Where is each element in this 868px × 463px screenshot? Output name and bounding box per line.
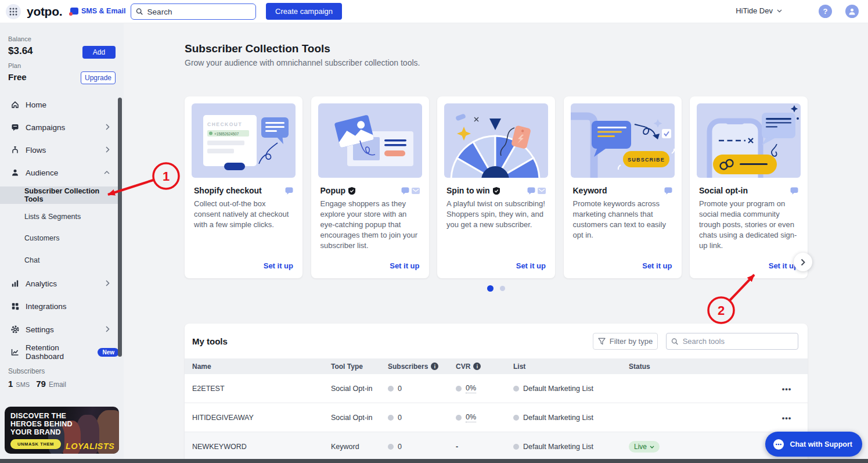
search-icon xyxy=(136,8,143,16)
tool-type: Keyword xyxy=(331,432,359,461)
card-title: Popup xyxy=(320,186,346,195)
sidebar-item-customers[interactable]: Customers xyxy=(0,229,119,247)
sidebar-item-subscriber-collection-tools[interactable]: Subscriber Collection Tools xyxy=(0,186,119,204)
carousel-next-button[interactable] xyxy=(794,253,812,271)
shopify-checkout-illustration: CHECKOUT +15852624507 xyxy=(192,103,296,178)
card-keyword: SUBSCRIBE Keyword Promote keywords acros… xyxy=(564,96,682,278)
user-icon xyxy=(848,8,856,15)
channel-dot-icon xyxy=(456,415,462,421)
tool-cvr: 0% xyxy=(456,403,476,432)
global-search[interactable] xyxy=(131,3,256,20)
yotpo-logo: yotpo. xyxy=(27,5,62,19)
avatar[interactable] xyxy=(845,5,859,18)
analytics-icon xyxy=(10,279,20,288)
banner-line2: HEROES BEHIND xyxy=(10,420,73,428)
flows-icon xyxy=(10,145,20,155)
sidebar-item-settings[interactable]: Settings xyxy=(0,321,119,338)
set-it-up-link-popup[interactable]: Set it up xyxy=(390,261,419,270)
sidebar-item-label: Home xyxy=(26,101,46,109)
integrations-icon xyxy=(10,302,20,311)
sidebar-item-chat[interactable]: Chat xyxy=(0,252,119,269)
chat-bubble-icon xyxy=(773,439,784,450)
email-count: 79 xyxy=(36,379,46,389)
chevron-right-icon xyxy=(106,280,110,286)
loyalists-promo-banner[interactable]: DISCOVER THE HEROES BEHIND YOUR BRAND UN… xyxy=(5,407,119,454)
tool-cvr: - xyxy=(456,432,458,461)
app-launcher-icon[interactable] xyxy=(6,4,21,19)
tool-list: Default Marketing List xyxy=(513,403,593,432)
card-social-opt-in: Social opt-in Promote your program on so… xyxy=(690,96,808,278)
funnel-icon xyxy=(598,338,606,345)
sidebar-item-label: Settings xyxy=(26,325,54,334)
sidebar-item-home[interactable]: Home xyxy=(0,96,119,113)
column-list: List xyxy=(513,358,525,374)
email-count-label: Email xyxy=(49,381,66,389)
tool-cvr: 0% xyxy=(456,374,476,403)
plan-value: Free xyxy=(8,72,27,82)
set-it-up-link-shopify-checkout[interactable]: Set it up xyxy=(264,261,293,270)
status-badge[interactable]: Live xyxy=(629,441,660,453)
tool-type: Social Opt-in xyxy=(331,374,373,403)
carousel-dot[interactable] xyxy=(500,286,505,291)
sidebar-scrollbar[interactable] xyxy=(118,98,122,357)
sidebar-item-analytics[interactable]: Analytics xyxy=(0,275,119,292)
banner-line1: DISCOVER THE xyxy=(10,412,66,420)
set-it-up-link-spin-to-win[interactable]: Set it up xyxy=(516,261,546,270)
sidebar-item-label: Chat xyxy=(24,256,39,264)
sidebar-item-flows[interactable]: Flows xyxy=(0,141,119,159)
sms-channel-icon xyxy=(790,187,798,195)
sms-count-label: SMS xyxy=(16,381,30,388)
tools-search-input[interactable] xyxy=(683,337,793,346)
channel-dot-icon xyxy=(388,415,394,421)
sidebar-item-campaigns[interactable]: Campaigns xyxy=(0,119,119,136)
help-icon[interactable] xyxy=(819,5,832,18)
sms-channel-icon xyxy=(285,187,293,195)
page-subtitle: Grow your audience with omnichannel subs… xyxy=(185,58,420,67)
row-actions-menu[interactable] xyxy=(778,403,795,432)
card-spin-to-win: Spin to win A playful twist on subscribi… xyxy=(437,96,555,278)
sms-count: 1 xyxy=(8,379,13,389)
card-shopify-checkout: CHECKOUT +15852624507 Shopify checkout xyxy=(185,96,302,278)
info-icon[interactable] xyxy=(473,362,481,370)
sms-channel-icon xyxy=(401,187,409,195)
email-channel-icon xyxy=(412,188,420,194)
chat-with-support-label: Chat with Support xyxy=(790,440,852,448)
sidebar-item-lists-segments[interactable]: Lists & Segments xyxy=(0,208,119,225)
sidebar-item-audience[interactable]: Audience xyxy=(0,164,119,181)
sidebar-item-label: Audience xyxy=(26,168,58,177)
account-switcher[interactable]: HiTide Dev xyxy=(736,6,782,15)
column-cvr: CVR xyxy=(456,358,481,374)
balance-label: Balance xyxy=(8,35,31,42)
verified-shield-icon xyxy=(493,187,500,195)
chevron-right-icon xyxy=(106,146,110,153)
sidebar-item-label: Subscriber Collection Tools xyxy=(24,187,119,203)
collection-tool-cards: CHECKOUT +15852624507 Shopify checkout xyxy=(185,96,808,278)
top-bar: yotpo. SMS & Email Create campaign HiTid… xyxy=(0,0,868,23)
add-balance-button[interactable]: Add xyxy=(82,46,116,59)
chevron-right-icon xyxy=(106,124,110,130)
horizontal-scrollbar[interactable] xyxy=(0,459,868,463)
channel-dot-icon xyxy=(388,386,394,392)
create-campaign-button[interactable]: Create campaign xyxy=(266,3,342,20)
upgrade-button[interactable]: Upgrade xyxy=(81,71,116,84)
spin-to-win-illustration xyxy=(444,103,548,178)
svg-text:+15852624507: +15852624507 xyxy=(214,132,239,136)
filter-by-type-button[interactable]: Filter by type xyxy=(593,333,658,350)
carousel-dot-active[interactable] xyxy=(487,285,494,292)
set-it-up-link-keyword[interactable]: Set it up xyxy=(642,261,672,270)
banner-line3: YOUR BRAND xyxy=(10,428,61,436)
sidebar-item-retention-dashboard[interactable]: Retention Dashboard New xyxy=(0,343,119,361)
main-content: Subscriber Collection Tools Grow your au… xyxy=(124,23,868,463)
chevron-down-icon xyxy=(650,446,654,448)
tool-subscribers: 0 xyxy=(388,403,402,432)
info-icon[interactable] xyxy=(431,362,438,370)
row-actions-menu[interactable] xyxy=(778,374,795,403)
tools-search[interactable] xyxy=(666,333,798,350)
sidebar-item-integrations[interactable]: Integrations xyxy=(0,297,119,315)
chevron-down-icon xyxy=(777,9,782,13)
search-input[interactable] xyxy=(147,8,251,16)
unmask-them-button[interactable]: UNMASK THEM xyxy=(10,439,61,449)
tool-list: Default Marketing List xyxy=(513,432,593,461)
chat-with-support-button[interactable]: Chat with Support xyxy=(765,432,862,457)
tool-type: Social Opt-in xyxy=(331,403,373,432)
